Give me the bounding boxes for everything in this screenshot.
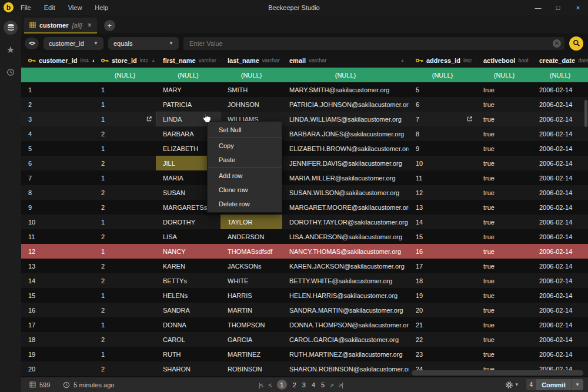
table-cell[interactable]: true bbox=[476, 317, 532, 332]
table-cell[interactable]: 16 bbox=[21, 303, 94, 317]
filter-operator-select[interactable]: equals ▼ bbox=[108, 37, 179, 50]
page-button-4[interactable]: 4 bbox=[312, 381, 315, 388]
table-cell[interactable]: KAREN.JACKSON@sakilacustomer.org bbox=[282, 259, 409, 273]
table-cell[interactable]: SANDRA bbox=[156, 303, 220, 317]
table-cell[interactable]: MARTIN bbox=[220, 303, 282, 317]
table-cell[interactable]: 1 bbox=[94, 288, 156, 303]
table-cell[interactable]: 11 bbox=[409, 170, 476, 185]
table-row[interactable]: 142BETTYsWHITEBETTY.WHITE@sakilacustomer… bbox=[21, 273, 588, 288]
new-tab-button[interactable]: + bbox=[104, 20, 115, 31]
table-cell[interactable]: 3 bbox=[21, 112, 94, 126]
context-menu-item-add-row[interactable]: Add row bbox=[208, 169, 282, 183]
table-cell[interactable]: 21 bbox=[409, 317, 476, 332]
column-header-first_name[interactable]: first_namevarchar▲ bbox=[156, 57, 220, 64]
table-cell[interactable]: MARIA.MILLER@sakilacustomer.org bbox=[282, 170, 409, 185]
table-cell[interactable]: 2 bbox=[94, 126, 156, 141]
table-cell[interactable]: 7 bbox=[409, 112, 476, 126]
table-cell[interactable]: true bbox=[476, 303, 532, 317]
table-cell[interactable]: 2006-02-14 bbox=[532, 200, 588, 215]
table-cell[interactable]: HARRIS bbox=[220, 288, 282, 303]
table-row[interactable]: 31LINDAWILLIAMSLINDA.WILLIAMS@sakilacust… bbox=[21, 112, 588, 126]
table-cell[interactable]: 2 bbox=[94, 156, 156, 170]
table-cell[interactable]: ROBINSON bbox=[220, 361, 282, 376]
table-cell[interactable]: ELIZABETH.BROWN@sakilacustomer.org bbox=[282, 141, 409, 156]
table-cell[interactable]: true bbox=[476, 244, 532, 259]
table-cell[interactable]: HELENs bbox=[156, 288, 220, 303]
table-cell[interactable]: 2006-02-14 bbox=[532, 185, 588, 200]
table-cell[interactable]: ANDERSON bbox=[220, 229, 282, 244]
table-row[interactable]: 51ELIZABETHBROWNELIZABETH.BROWN@sakilacu… bbox=[21, 141, 588, 156]
table-cell[interactable]: 2006-02-14 bbox=[532, 273, 588, 288]
table-cell[interactable]: 2006-02-14 bbox=[532, 156, 588, 170]
table-cell[interactable]: MARGARET.MOORE@sakilacustomer.org bbox=[282, 200, 409, 215]
table-cell[interactable]: 1 bbox=[94, 244, 156, 259]
table-cell[interactable]: true bbox=[476, 185, 532, 200]
table-cell[interactable]: SMITH bbox=[220, 82, 282, 97]
table-cell[interactable]: true bbox=[476, 215, 532, 229]
table-cell[interactable]: HELEN.HARRIS@sakilacustomer.org bbox=[282, 288, 409, 303]
table-cell[interactable]: 17 bbox=[409, 259, 476, 273]
table-cell[interactable]: 2006-02-14 bbox=[532, 244, 588, 259]
table-cell[interactable]: 18 bbox=[21, 332, 94, 347]
table-cell[interactable]: PATRICIA bbox=[156, 97, 220, 112]
table-cell[interactable]: BETTYs bbox=[156, 273, 220, 288]
table-cell[interactable]: 22 bbox=[409, 332, 476, 347]
commit-button[interactable]: 4 Commit ▼ bbox=[526, 379, 583, 390]
table-cell[interactable]: NANCY.THOMAS@sakilacustomer.org bbox=[282, 244, 409, 259]
table-cell[interactable]: 8 bbox=[409, 126, 476, 141]
last-page-button[interactable]: >| bbox=[339, 381, 343, 388]
table-cell[interactable]: 8 bbox=[21, 185, 94, 200]
context-menu-item-clone-row[interactable]: Clone row bbox=[208, 183, 282, 197]
table-cell[interactable]: 14 bbox=[21, 273, 94, 288]
table-row[interactable]: 151HELENsHARRISHELEN.HARRIS@sakilacustom… bbox=[21, 288, 588, 303]
page-button-1[interactable]: 1 bbox=[277, 380, 287, 390]
table-cell[interactable]: 15 bbox=[21, 288, 94, 303]
table-cell[interactable]: true bbox=[476, 259, 532, 273]
prev-page-button[interactable]: < bbox=[268, 381, 271, 388]
table-cell[interactable]: JENNIFER.DAVIS@sakilacustomer.org bbox=[282, 156, 409, 170]
table-row[interactable]: 171DONNATHOMPSONDONNA.THOMPSON@sakilacus… bbox=[21, 317, 588, 332]
table-cell[interactable]: 12 bbox=[21, 244, 94, 259]
table-cell[interactable]: 7 bbox=[21, 170, 94, 185]
page-button-2[interactable]: 2 bbox=[293, 381, 296, 388]
table-cell[interactable]: 2 bbox=[94, 259, 156, 273]
page-button-5[interactable]: 5 bbox=[321, 381, 325, 388]
table-cell[interactable]: true bbox=[476, 288, 532, 303]
table-cell[interactable]: CAROL.GARCIA@sakilacustomer.org bbox=[282, 332, 409, 347]
table-cell[interactable]: LISA bbox=[156, 229, 220, 244]
table-cell[interactable]: 1 bbox=[94, 170, 156, 185]
table-cell[interactable]: 2006-02-14 bbox=[532, 112, 588, 126]
column-header-address_id[interactable]: address_idint2▲ bbox=[409, 57, 476, 64]
first-page-button[interactable]: |< bbox=[259, 381, 263, 388]
insert-cell[interactable]: (NULL) bbox=[94, 68, 156, 82]
table-cell[interactable]: DONNA.THOMPSON@sakilacustomer.org bbox=[282, 317, 409, 332]
open-record-icon[interactable] bbox=[146, 116, 152, 122]
table-cell[interactable]: 5 bbox=[21, 141, 94, 156]
table-cell[interactable]: 1 bbox=[94, 215, 156, 229]
table-cell[interactable]: 2 bbox=[21, 97, 94, 112]
table-cell[interactable]: MARTINEZ bbox=[220, 347, 282, 361]
table-cell[interactable]: 6 bbox=[21, 156, 94, 170]
table-cell[interactable]: 2006-02-14 bbox=[532, 347, 588, 361]
table-row[interactable]: 132KARENJACKSONsKAREN.JACKSON@sakilacust… bbox=[21, 259, 588, 273]
commit-dropdown-icon[interactable]: ▼ bbox=[571, 379, 583, 390]
table-cell[interactable]: 4 bbox=[21, 126, 94, 141]
table-row[interactable]: 62JILLDAVISJENNIFER.DAVIS@sakilacustomer… bbox=[21, 156, 588, 170]
column-header-email[interactable]: emailvarchar▲ bbox=[282, 57, 409, 64]
context-menu-item-delete-row[interactable]: Delete row bbox=[208, 197, 282, 211]
table-cell[interactable]: JOHNSON bbox=[220, 97, 282, 112]
clear-filter-icon[interactable]: ✕ bbox=[553, 39, 561, 48]
table-cell[interactable]: DOROTHY.TAYLOR@sakilacustomer.org bbox=[282, 215, 409, 229]
table-cell[interactable]: 12 bbox=[409, 185, 476, 200]
sort-arrow-icon[interactable]: ▲ bbox=[400, 58, 405, 62]
table-cell[interactable]: 15 bbox=[409, 229, 476, 244]
apply-filter-button[interactable] bbox=[569, 36, 583, 51]
table-cell[interactable]: true bbox=[476, 229, 532, 244]
table-cell[interactable]: KAREN bbox=[156, 259, 220, 273]
table-row[interactable]: 71MARIAMILLERMARIA.MILLER@sakilacustomer… bbox=[21, 170, 588, 185]
table-cell[interactable]: SHARON.ROBINSON@sakilacustomer.org bbox=[282, 361, 409, 376]
table-cell[interactable]: 1 bbox=[94, 112, 156, 126]
insert-cell[interactable]: (NULL) bbox=[282, 68, 409, 82]
table-cell[interactable]: true bbox=[476, 332, 532, 347]
table-cell[interactable]: 2 bbox=[94, 185, 156, 200]
